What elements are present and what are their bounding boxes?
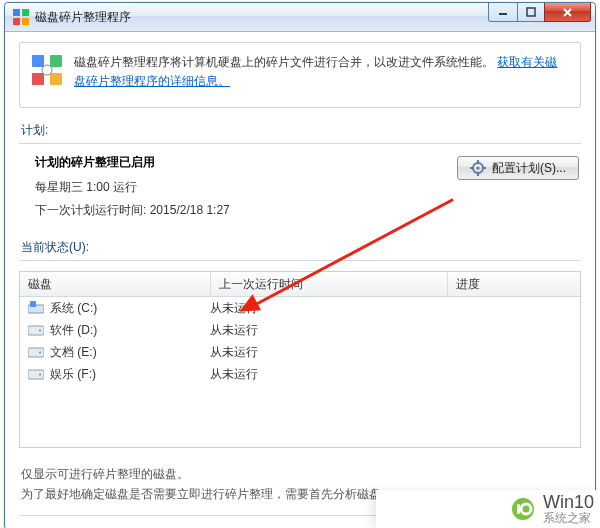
col-last-run[interactable]: 上一次运行时间 bbox=[211, 272, 448, 296]
last-run: 从未运行 bbox=[202, 366, 430, 383]
svg-rect-2 bbox=[13, 18, 20, 25]
list-header: 磁盘 上一次运行时间 进度 bbox=[20, 272, 580, 297]
watermark-brand: Win10 bbox=[543, 493, 594, 512]
window-title: 磁盘碎片整理程序 bbox=[35, 9, 131, 26]
drive-icon bbox=[28, 367, 44, 381]
maximize-button[interactable] bbox=[517, 3, 545, 22]
svg-rect-18 bbox=[30, 301, 36, 307]
configure-schedule-button[interactable]: 配置计划(S)... bbox=[457, 156, 579, 180]
svg-rect-3 bbox=[22, 18, 29, 25]
defrag-icon bbox=[30, 53, 64, 87]
info-text: 磁盘碎片整理程序将计算机硬盘上的碎片文件进行合并，以改进文件系统性能。 bbox=[74, 55, 494, 69]
svg-rect-19 bbox=[28, 326, 44, 335]
svg-point-22 bbox=[39, 352, 41, 354]
plan-section-label: 计划: bbox=[21, 122, 579, 139]
last-run: 从未运行 bbox=[202, 344, 430, 361]
disk-name: 娱乐 (F:) bbox=[50, 366, 96, 383]
gear-icon bbox=[470, 160, 486, 176]
table-row[interactable]: 系统 (C:) 从未运行 bbox=[20, 297, 580, 319]
table-row[interactable]: 软件 (D:) 从未运行 bbox=[20, 319, 580, 341]
system-drive-icon bbox=[28, 301, 44, 315]
close-icon bbox=[562, 7, 573, 18]
defrag-app-icon bbox=[13, 9, 29, 25]
table-row[interactable]: 文档 (E:) 从未运行 bbox=[20, 341, 580, 363]
last-run: 从未运行 bbox=[202, 322, 430, 339]
svg-rect-21 bbox=[28, 348, 44, 357]
svg-point-24 bbox=[39, 374, 41, 376]
last-run: 从未运行 bbox=[202, 300, 430, 317]
watermark-logo-icon bbox=[511, 497, 535, 521]
plan-next-run: 下一次计划运行时间: 2015/2/18 1:27 bbox=[35, 202, 409, 219]
svg-rect-7 bbox=[50, 55, 62, 67]
disk-list: 磁盘 上一次运行时间 进度 系统 (C:) 从未运行 软件 (D:) 从未运行 bbox=[19, 271, 581, 448]
svg-rect-8 bbox=[32, 73, 44, 85]
svg-point-10 bbox=[42, 65, 52, 75]
svg-rect-0 bbox=[13, 9, 20, 16]
svg-rect-5 bbox=[527, 8, 535, 16]
svg-rect-1 bbox=[22, 9, 29, 16]
watermark-site: 系统之家 bbox=[543, 512, 594, 525]
svg-rect-6 bbox=[32, 55, 44, 67]
maximize-icon bbox=[526, 7, 536, 17]
status-section-label: 当前状态(U): bbox=[21, 239, 579, 256]
svg-point-12 bbox=[476, 166, 479, 169]
info-banner: 磁盘碎片整理程序将计算机硬盘上的碎片文件进行合并，以改进文件系统性能。 获取有关… bbox=[19, 42, 581, 108]
plan-schedule: 每星期三 1:00 运行 bbox=[35, 179, 409, 196]
drive-icon bbox=[28, 323, 44, 337]
svg-rect-4 bbox=[499, 13, 507, 15]
plan-heading: 计划的碎片整理已启用 bbox=[35, 154, 409, 171]
svg-rect-23 bbox=[28, 370, 44, 379]
col-progress[interactable]: 进度 bbox=[448, 272, 580, 296]
minimize-icon bbox=[498, 7, 508, 17]
divider bbox=[19, 260, 581, 261]
disk-name: 系统 (C:) bbox=[50, 300, 97, 317]
close-button[interactable] bbox=[544, 3, 591, 22]
svg-point-20 bbox=[39, 330, 41, 332]
divider bbox=[19, 143, 581, 144]
titlebar: 磁盘碎片整理程序 bbox=[5, 3, 595, 32]
table-row[interactable]: 娱乐 (F:) 从未运行 bbox=[20, 363, 580, 385]
drive-icon bbox=[28, 345, 44, 359]
watermark: Win10 系统之家 bbox=[376, 490, 600, 528]
disk-name: 文档 (E:) bbox=[50, 344, 97, 361]
minimize-button[interactable] bbox=[488, 3, 518, 22]
col-disk[interactable]: 磁盘 bbox=[20, 272, 211, 296]
disk-name: 软件 (D:) bbox=[50, 322, 97, 339]
svg-rect-9 bbox=[50, 73, 62, 85]
